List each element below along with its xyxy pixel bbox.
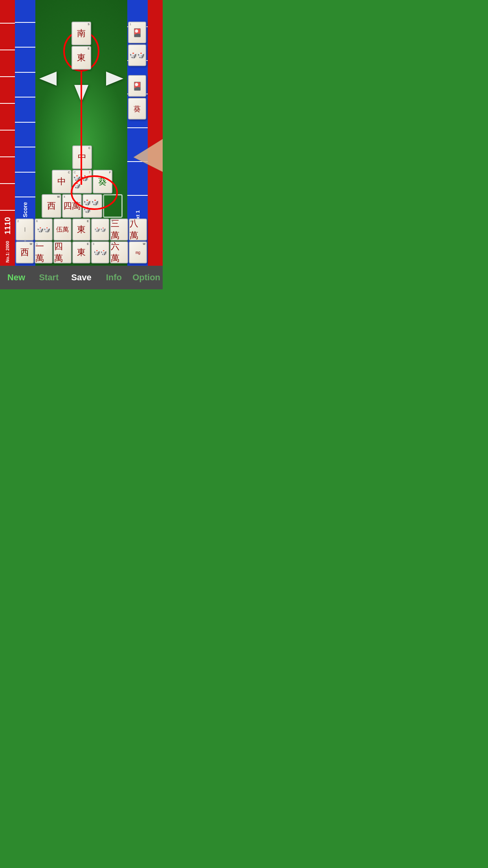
rank-label: No.1: 2000 <box>5 241 10 263</box>
tile-xi-bottom[interactable]: 西 W <box>16 241 34 263</box>
tile-xi-w[interactable]: 西 W <box>42 194 61 218</box>
board-row-5: 西 W 一萬 1 四萬 4 東 E 🎲🎲 3 六萬 6 <box>16 241 147 263</box>
info-button[interactable]: Info <box>97 266 130 289</box>
tile-wu-wan[interactable]: 伍萬 <box>53 219 72 241</box>
tile-yi-wan[interactable]: 一萬 1 <box>35 241 53 263</box>
tile-san-3[interactable]: 三萬 3 <box>110 219 128 241</box>
current-piece-top[interactable]: 南 S <box>72 22 91 45</box>
tile-circles-6[interactable]: 🎲🎲 6 <box>35 219 53 241</box>
next2-tile-2[interactable]: 葵 <box>128 98 146 120</box>
game-board: 中 C 中 C 🎲🎲🎲 C 7 葵 F 西 W <box>35 145 127 265</box>
board-row-2: 中 C 🎲🎲🎲 C 7 葵 F <box>50 170 112 193</box>
new-button[interactable]: New <box>0 266 33 289</box>
arrow-right-icon[interactable] <box>106 72 123 86</box>
arrow-left-icon[interactable] <box>39 72 57 86</box>
tile-dong-bottom[interactable]: 東 E <box>72 241 90 263</box>
next-tiles-container: 🎴 1 🎲🎲 🎴 葵 <box>128 22 146 120</box>
board-row-4: 𝄀𝄀 2 🎲🎲 6 伍萬 東 E 🎲🎲 三萬 3 八萬 <box>16 219 147 241</box>
tile-circles-4[interactable]: 🎲🎲 <box>91 219 109 241</box>
tile-zhong-1[interactable]: 中 C <box>72 145 92 169</box>
tile-zhong-2[interactable]: 中 C <box>52 170 72 193</box>
game-container: 1110 No.1: 2000 Game Score Mission:100 <box>0 0 163 289</box>
tile-si-wan-b[interactable]: 四萬 4 <box>53 241 72 263</box>
tile-ba-wan[interactable]: 八萬 8 <box>129 219 147 241</box>
board-row-1: 中 C <box>71 145 92 169</box>
save-button[interactable]: Save <box>65 266 98 289</box>
left-red-strip: 1110 No.1: 2000 <box>0 0 15 266</box>
current-piece-bottom[interactable]: 東 E <box>72 46 91 70</box>
option-button[interactable]: Option <box>130 266 163 289</box>
tile-si-wan[interactable]: 四萬 4 <box>62 194 82 218</box>
svg-marker-3 <box>134 138 163 173</box>
next2-tile-1[interactable]: 🎴 <box>128 75 146 97</box>
start-button[interactable]: Start <box>33 266 65 289</box>
next1-tile-2[interactable]: 🎲🎲 <box>128 44 146 66</box>
arrow-down-icon[interactable] <box>74 85 88 102</box>
tile-2[interactable]: 𝄀𝄀 2 <box>16 219 34 241</box>
next1-tile-1[interactable]: 🎴 1 <box>128 22 146 43</box>
tile-w-bottom[interactable]: ㎎ W <box>129 241 147 263</box>
board-row-3: 西 W 四萬 4 🎲🎲🎲 <box>40 194 123 218</box>
right-red-strip <box>148 0 163 266</box>
tile-liu-wan[interactable]: 六萬 6 <box>110 241 128 263</box>
tile-circles-c[interactable]: 🎲🎲🎲 C 7 <box>72 170 92 193</box>
tile-circles-3[interactable]: 🎲🎲🎲 <box>83 194 102 218</box>
tile-dong-e[interactable]: 東 E <box>72 219 90 241</box>
tile-gui[interactable]: 葵 F <box>93 170 112 193</box>
empty-slot <box>103 194 123 218</box>
current-piece: 南 S 東 E <box>72 22 91 70</box>
tile-circles-bottom[interactable]: 🎲🎲 3 <box>91 241 109 263</box>
score-number: 1110 <box>3 217 12 235</box>
bottom-toolbar: New Start Save Info Option <box>0 266 163 289</box>
